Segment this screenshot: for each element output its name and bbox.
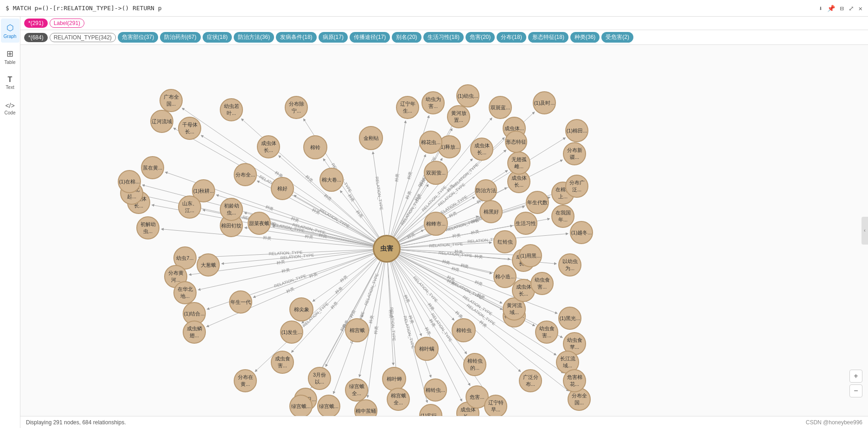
graph-node-n36[interactable]: (1)在棉... [118,170,141,193]
filter-tag-xingtai-tezheng[interactable]: 形态特征(18) [528,32,568,43]
pin-icon[interactable]: 📌 [827,5,835,12]
graph-node-n47[interactable]: (1)发生... [280,321,303,344]
graph-node-n4[interactable]: 棉好 [271,177,294,200]
graph-node-n27[interactable]: 幼虫若叶... [220,98,243,121]
filter-tag-chuanbo-tujing[interactable]: 传播途径(17) [350,32,390,43]
graph-node-n6[interactable]: 黄河放置... [447,105,470,128]
graph-node-n48[interactable]: 棉铃虫... [424,378,447,402]
graph-node-n15[interactable]: 棉叶蝉 [382,367,406,391]
zoom-out-button[interactable]: − [849,384,862,397]
graph-node-n72[interactable]: (1)棉田... [565,119,588,142]
graph-node-n71[interactable]: 分布新疆... [563,142,586,165]
graph-node-n3[interactable]: 棉大卷... [319,168,344,192]
graph-node-n77[interactable]: 幼虫为害... [421,91,445,114]
sidebar-item-table[interactable]: ⊞ Table [1,44,19,69]
graph-node-n17[interactable]: 棉尖象 [289,297,313,321]
graph-node-n74[interactable]: 双斑蓝... [489,96,512,119]
graph-node-n42[interactable]: 成虫食害... [271,351,294,374]
graph-node-n63[interactable]: 以幼虫为... [558,253,581,277]
graph-node-n5[interactable]: 辽宁年生... [396,96,419,119]
graph-node-n64[interactable]: 年生代数 [526,191,549,214]
graph-node-n43[interactable]: 分布在黄... [234,369,257,392]
graph-node-n7[interactable]: 双斑萤... [424,161,448,185]
filter-tag-weihai-buwei[interactable]: 危害部位(37) [118,32,158,43]
graph-node-n39[interactable]: 在华北地... [173,281,197,304]
graph-node-n18[interactable]: 年生一代 [229,290,252,314]
filter-tag-all-rels[interactable]: *(684) [24,33,48,42]
filter-tag-zhonglei[interactable]: 种类(36) [570,32,600,43]
filter-tag-all-nodes[interactable]: *(291) [24,19,48,28]
graph-node-n90[interactable]: 绿宫蛾... [289,395,313,416]
filter-tag-fenbu[interactable]: 分布(18) [497,32,526,43]
expand-icon[interactable]: ⤢ [849,5,854,12]
graph-node-n44[interactable]: 3月份以... [308,367,331,390]
graph-node-n28[interactable]: 分布除宁... [285,96,308,119]
graph-node-n26[interactable]: 千母体长... [178,117,201,140]
download-icon[interactable]: ⬇ [819,5,823,12]
sidebar-item-graph[interactable]: ⬡ Graph [1,19,19,43]
graph-node-center[interactable]: 虫害 [373,235,401,263]
graph-node-n52[interactable]: 幼虫食害... [535,321,558,344]
zoom-in-button[interactable]: + [849,370,862,383]
graph-area[interactable]: RELATION_TYPE种类种类RELATION_TYPE种类种类RELATI… [20,45,868,416]
filter-tag-shenghuo-xingxing[interactable]: 生活习性(18) [423,32,464,43]
graph-node-n88[interactable]: 辽宁特早... [484,395,507,416]
graph-node-n66[interactable]: 在我国年... [551,205,574,228]
graph-node-n67[interactable]: (1)越冬... [570,221,593,244]
graph-node-n35[interactable]: 茧在黄... [141,156,164,179]
filter-tag-bingyuan[interactable]: 病原(17) [319,32,348,43]
graph-node-n79[interactable]: 成虫体长... [470,138,493,161]
filter-tag-fabing-tiaojian[interactable]: 发病条件(18) [276,32,316,43]
graph-node-n80[interactable]: 棉花虫... [419,131,442,154]
graph-node-n16[interactable]: 棉宫蛾 [345,318,369,342]
graph-node-n9[interactable]: 棉黑好 [479,200,503,223]
graph-node-n19[interactable]: 大葱蛾 [197,253,220,277]
graph-node-n83[interactable]: 防治方法 [475,179,497,201]
graph-node-n8[interactable]: 棉蜂市... [424,212,448,236]
sidebar-item-code[interactable]: </> Code [1,96,19,120]
filter-tag-fangzhi-yaoji[interactable]: 防治药剂(67) [160,32,200,43]
graph-node-n81[interactable]: 分布广泛... [565,175,588,198]
graph-node-n56[interactable]: 广泛分布... [519,369,542,392]
graph-node-n13[interactable]: 棉铃虫 [452,318,476,342]
graph-node-n46[interactable]: 棉宫蛾全... [387,388,410,411]
filter-tag-label[interactable]: Label(291) [50,19,84,28]
graph-node-n29[interactable]: 成虫体长... [257,135,280,158]
graph-node-n70[interactable]: 无翅孤雌... [507,151,530,175]
graph-node-n65[interactable]: 生活习性 [514,212,537,235]
graph-node-n58[interactable]: 危害棉花... [563,369,586,392]
graph-node-n22[interactable]: 初龄幼虫... [220,198,243,221]
graph-node-n45[interactable]: 绿宫蛾全... [345,378,368,402]
graph-node-n1[interactable]: 金刚钻 [359,126,383,150]
graph-node-n60[interactable]: 幼虫食害... [530,272,554,295]
graph-node-n49[interactable]: 绿宫蛾... [317,395,340,416]
graph-node-n82[interactable]: 形态特征 [505,131,527,153]
graph-node-n53[interactable]: (1)黑光... [558,307,581,330]
graph-node-n31[interactable]: 山东、江... [178,195,201,219]
graph-node-n50[interactable]: 棉中茧蛹 [354,399,377,416]
graph-node-n89[interactable]: 棉铃虫的... [463,353,486,376]
filter-tag-relation-type[interactable]: RELATION_TYPE(342) [50,33,116,42]
graph-node-n62[interactable]: (1)用黑... [519,244,542,267]
graph-node-n24[interactable]: 分布全... [234,163,257,186]
graph-node-n10[interactable]: 红铃虫 [493,230,517,253]
filter-tag-shouweihai[interactable]: 受危害(2) [601,32,633,43]
graph-node-n14[interactable]: 棉叶螨 [415,337,439,361]
filter-tag-fangzhi-fangfa[interactable]: 防治方法(36) [234,32,274,43]
graph-node-n41[interactable]: 成虫鳞翅... [183,321,206,344]
graph-node-n2[interactable]: 棉铃 [303,135,327,159]
graph-node-n85[interactable]: (1)实行... [419,404,442,416]
filter-tag-biehao[interactable]: 别名(20) [392,32,421,43]
graph-node-n33[interactable]: 初解幼虫... [136,216,160,239]
graph-node-n30[interactable]: 广布全国... [160,89,183,112]
graph-node-n76[interactable]: (1)幼虫... [456,84,479,107]
close-icon[interactable]: ✕ [859,5,862,12]
graph-node-n73[interactable]: (1)及时... [533,91,556,114]
sidebar-item-text[interactable]: T Text [1,70,19,94]
filter-tag-zhengzhuang[interactable]: 症状(18) [203,32,232,43]
filter-tag-weihai[interactable]: 危害(20) [466,32,495,43]
right-panel-toggle[interactable]: ‹ [862,217,868,245]
graph-node-n25[interactable]: 辽河流域 [150,110,173,133]
graph-node-n21[interactable]: 甜菜夜蛾 [248,212,271,235]
minimize-icon[interactable]: ⊟ [840,5,843,12]
